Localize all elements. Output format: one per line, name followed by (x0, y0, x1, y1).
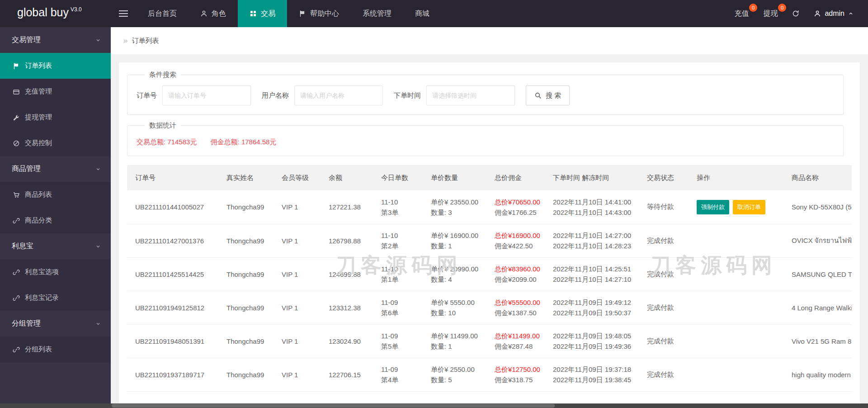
sidebar-item-group-list[interactable]: 分组列表 (0, 337, 111, 362)
cell-product: OVICX จักรยานไฟฟ้า รุ่นQ2S T (783, 224, 852, 257)
hamburger-icon[interactable] (111, 0, 136, 27)
order-no-input[interactable] (162, 85, 251, 105)
cell-status: 完成付款 (639, 224, 689, 257)
cell-real-name: Thongcha99 (218, 358, 274, 391)
nav-help[interactable]: 帮助中心 (287, 0, 351, 27)
refresh-icon[interactable] (785, 0, 807, 27)
stats-legend: 数据统计 (145, 121, 181, 130)
link-icon (13, 269, 20, 276)
cell-time: 2022年11月10日 14:27:002022年11月10日 14:28:23 (545, 224, 639, 257)
table-row: UB2211091949125812 Thongcha99 VIP 1 1233… (127, 291, 852, 324)
cell-status: 完成付款 (639, 324, 689, 358)
cell-total-commission: 总价¥11499.00佣金¥287.48 (486, 324, 545, 358)
chevron-down-icon (95, 244, 101, 249)
order-time-input[interactable] (426, 85, 515, 105)
table-header-row: 订单号 真实姓名 会员等级 余额 今日单数 单价数量 总价佣金 下单时间 解冻时… (127, 165, 852, 190)
cell-level: VIP 1 (274, 224, 321, 257)
cell-actions (689, 224, 783, 257)
nav-trade[interactable]: 交易 (238, 0, 287, 27)
group-label: 交易管理 (12, 35, 41, 45)
cell-level: VIP 1 (274, 291, 321, 324)
ban-icon (13, 140, 20, 147)
cell-price-qty: 单价¥ 23550.00数量: 3 (423, 190, 486, 224)
th-balance: 余额 (321, 165, 373, 190)
th-day-count: 今日单数 (373, 165, 423, 190)
sidebar-item-label: 分组列表 (25, 345, 52, 354)
topbar: global buy V3.0 后台首页 角色 交易 帮助中心 系统管理 商城 … (0, 0, 868, 27)
user-icon (200, 10, 208, 17)
group-label: 利息宝 (12, 242, 33, 251)
sidebar-group-interest[interactable]: 利息宝 (0, 233, 111, 259)
horizontal-scrollbar[interactable] (0, 403, 868, 408)
th-time: 下单时间 解冻时间 (545, 165, 639, 190)
cell-price-qty: 单价¥ 2550.00数量: 5 (423, 358, 486, 391)
wallet-icon (13, 88, 20, 95)
order-time-field: 下单时间 (394, 85, 515, 105)
cell-day-count: 11-09第6单 (373, 291, 423, 324)
cell-time: 2022年11月09日 19:37:182022年11月09日 19:38:45 (545, 358, 639, 391)
nav-mall[interactable]: 商城 (403, 0, 441, 27)
sidebar-item-interest-options[interactable]: 利息宝选项 (0, 259, 111, 285)
chevron-down-icon (95, 321, 101, 327)
search-button[interactable]: 搜 索 (526, 85, 570, 105)
force-pay-button[interactable]: 强制付款 (697, 200, 729, 214)
cell-status: 等待付款 (639, 190, 689, 224)
chevron-down-icon (95, 166, 101, 172)
sidebar-item-order-list[interactable]: 订单列表 (0, 53, 111, 79)
nav-roles[interactable]: 角色 (189, 0, 238, 27)
cancel-order-button[interactable]: 取消订单 (733, 200, 765, 214)
sidebar-item-goods-category[interactable]: 商品分类 (0, 208, 111, 233)
cell-order-no: UB2211091949125812 (127, 291, 218, 324)
cell-product: high quality modern off (783, 358, 852, 391)
table-row: UB2211091948051391 Thongcha99 VIP 1 1230… (127, 324, 852, 358)
cell-day-count: 11-10第1单 (373, 257, 423, 291)
cell-price-qty: 单价¥ 16900.00数量: 1 (423, 224, 486, 257)
withdraw-link[interactable]: 提现 0 (756, 0, 785, 27)
order-no-field: 订单号 (137, 85, 251, 105)
user-icon (814, 10, 821, 17)
cell-level: VIP 1 (274, 324, 321, 358)
sidebar-group-trade[interactable]: 交易管理 (0, 27, 111, 53)
admin-menu[interactable]: admin (807, 0, 856, 27)
cell-actions (689, 358, 783, 391)
search-button-label: 搜 索 (546, 91, 561, 100)
table-row: UB2211101441005027 Thongcha99 VIP 1 1272… (127, 190, 852, 224)
nav-help-label: 帮助中心 (310, 9, 339, 19)
sidebar-item-trade-control[interactable]: 交易控制 (0, 130, 111, 156)
sidebar-item-recharge[interactable]: 充值管理 (0, 79, 111, 104)
th-actions: 操作 (689, 165, 783, 190)
cell-time: 2022年11月09日 19:48:052022年11月09日 19:49:36 (545, 324, 639, 358)
cell-order-no: UB2211091937189717 (127, 358, 218, 391)
orders-table-wrap: 订单号 真实姓名 会员等级 余额 今日单数 单价数量 总价佣金 下单时间 解冻时… (127, 165, 852, 406)
search-legend: 条件搜索 (145, 71, 181, 79)
sidebar-item-interest-records[interactable]: 利息宝记录 (0, 285, 111, 311)
th-real-name: 真实姓名 (218, 165, 274, 190)
sidebar-item-label: 利息宝选项 (25, 268, 59, 276)
cell-actions (689, 291, 783, 324)
stats-line: 交易总额: 714583元 佣金总额: 17864.58元 (137, 136, 834, 147)
logo-version: V3.0 (71, 6, 82, 13)
sidebar-group-groups[interactable]: 分组管理 (0, 311, 111, 337)
recharge-link[interactable]: 充值 0 (727, 0, 756, 27)
sidebar-item-goods-list[interactable]: 商品列表 (0, 182, 111, 208)
grid-icon (250, 10, 257, 17)
search-panel: 条件搜索 订单号 用户名称 下单时间 (127, 71, 844, 115)
sidebar-group-goods[interactable]: 商品管理 (0, 156, 111, 182)
link-icon (13, 346, 20, 353)
sidebar-item-withdraw[interactable]: 提现管理 (0, 104, 111, 130)
scrollbar-thumb[interactable] (112, 404, 555, 408)
logo-text: global buy (17, 5, 69, 19)
page-title: 订单列表 (132, 37, 159, 45)
username-input[interactable] (294, 85, 383, 105)
breadcrumb-sep: » (123, 36, 127, 45)
cell-actions: 强制付款取消订单 (689, 190, 783, 224)
nav-dashboard[interactable]: 后台首页 (136, 0, 189, 27)
stats-commission: 佣金总额: 17864.58元 (211, 138, 277, 146)
main-area: » 订单列表 条件搜索 订单号 用户名称 下单时间 (111, 27, 868, 408)
cell-total-commission: 总价¥70650.00佣金¥1766.25 (486, 190, 545, 224)
cell-level: VIP 1 (274, 257, 321, 291)
nav-system[interactable]: 系统管理 (351, 0, 403, 27)
stats-total: 交易总额: 714583元 (137, 138, 197, 146)
sidebar-item-label: 商品分类 (25, 216, 52, 225)
username-field: 用户名称 (262, 85, 383, 105)
